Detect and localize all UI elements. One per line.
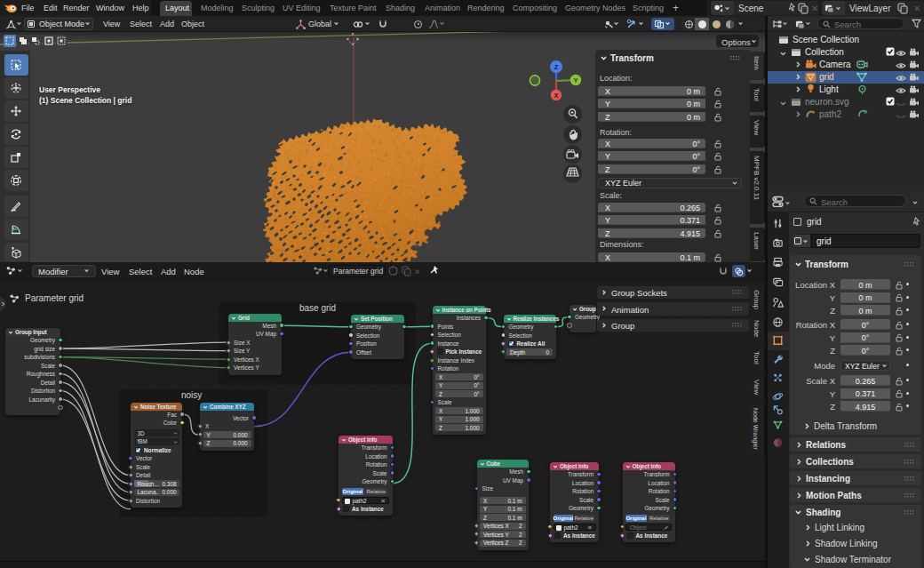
svg-text:Z: Z [554, 63, 559, 71]
svg-text:Y: Y [573, 76, 578, 84]
svg-text:X: X [554, 92, 558, 100]
